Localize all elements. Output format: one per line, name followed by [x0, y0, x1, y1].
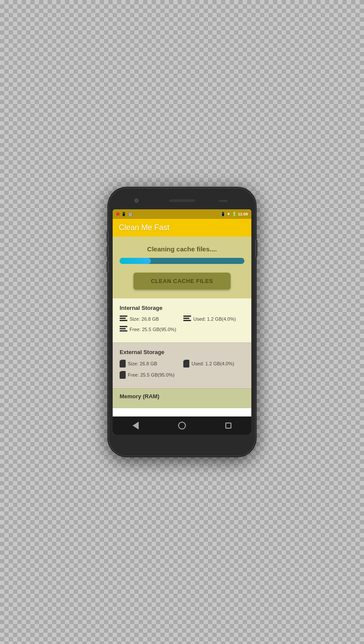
app-title: Clean Me Fast	[119, 223, 245, 232]
back-nav-button[interactable]	[129, 419, 142, 432]
external-size-text: Size: 26.8 GB	[128, 361, 157, 366]
internal-used-icon	[183, 315, 191, 322]
status-left-icons: 📱 🤖	[116, 212, 133, 216]
vibrate-icon: 📳	[221, 212, 225, 216]
internal-used-text: Used: 1.2 GB(4.0%)	[193, 316, 236, 322]
phone-screen: 📱 🤖 📳 ▼ 🔋 11:09 Clean Me Fast Cleaning c…	[113, 209, 251, 435]
home-nav-button[interactable]	[176, 419, 188, 432]
external-storage-row1: Size: 26.8 GB Used: 1.2 GB(4.0%)	[120, 360, 244, 368]
internal-used-item: Used: 1.2 GB(4.0%)	[183, 315, 244, 322]
recents-icon	[225, 423, 231, 429]
internal-size-item: Size: 26.8 GB	[120, 315, 181, 322]
external-storage-row2: Free: 25.5 GB(95.0%)	[120, 371, 244, 379]
external-storage-title: External Storage	[120, 349, 244, 355]
external-free-text: Free: 25.5 GB(95.0%)	[128, 372, 175, 377]
front-camera	[134, 198, 139, 203]
phone-device: 📱 🤖 📳 ▼ 🔋 11:09 Clean Me Fast Cleaning c…	[108, 188, 256, 456]
phone-bottom	[113, 435, 251, 449]
internal-storage-title: Internal Storage	[120, 305, 244, 311]
internal-storage-section: Internal Storage Size: 26.8 GB	[113, 298, 251, 342]
external-used-text: Used: 1.2 GB(4.0%)	[192, 361, 234, 366]
internal-free-item: Free: 25.5 GB(95.0%)	[120, 326, 244, 333]
progress-bar-fill	[120, 258, 151, 264]
time-display: 11:09	[238, 212, 248, 216]
progress-bar-container	[120, 258, 244, 264]
memory-title: Memory (RAM)	[120, 393, 244, 400]
status-right-icons: 📳 ▼ 🔋 11:09	[221, 212, 248, 216]
external-used-item: Used: 1.2 GB(4.0%)	[183, 360, 244, 368]
power-button	[256, 240, 257, 257]
navigation-bar	[113, 416, 251, 435]
phone-status-icon: 📱	[121, 212, 126, 216]
volume-up-button	[107, 231, 108, 242]
content-area[interactable]: Cleaning cache files.... CLEAN CACHE FIL…	[113, 237, 251, 416]
camera-button	[107, 261, 108, 272]
android-icon: 🤖	[128, 212, 133, 216]
external-size-item: Size: 26.8 GB	[120, 360, 181, 368]
internal-storage-row1: Size: 26.8 GB Used: 1.2 GB(4.0%)	[120, 315, 244, 322]
proximity-sensor	[219, 200, 228, 202]
notification-dot-icon	[116, 212, 120, 216]
earpiece-speaker	[169, 199, 195, 202]
back-icon	[133, 422, 139, 429]
cache-cleaning-section: Cleaning cache files.... CLEAN CACHE FIL…	[113, 237, 251, 298]
clean-cache-button[interactable]: CLEAN CACHE FILES	[133, 273, 231, 289]
internal-free-icon	[120, 326, 127, 333]
sdcard-used-icon	[183, 360, 189, 368]
home-icon	[178, 422, 186, 429]
volume-down-button	[107, 246, 108, 257]
status-bar: 📱 🤖 📳 ▼ 🔋 11:09	[113, 209, 251, 219]
signal-icon: 🔋	[232, 212, 237, 216]
internal-storage-row2: Free: 25.5 GB(95.0%)	[120, 326, 244, 333]
recents-nav-button[interactable]	[222, 419, 235, 432]
external-storage-section: External Storage Size: 26.8 GB Used: 1.2…	[113, 342, 251, 388]
internal-size-icon	[120, 315, 127, 322]
sdcard-free-icon	[120, 371, 126, 379]
wifi-icon: ▼	[227, 212, 231, 216]
external-free-item: Free: 25.5 GB(95.0%)	[120, 371, 244, 379]
app-toolbar: Clean Me Fast	[113, 219, 251, 237]
internal-size-text: Size: 26.8 GB	[130, 316, 159, 322]
memory-section: Memory (RAM)	[113, 388, 251, 408]
phone-top-bar	[113, 194, 251, 208]
internal-free-text: Free: 25.5 GB(95.0%)	[130, 327, 176, 332]
cleaning-status-text: Cleaning cache files....	[147, 245, 217, 253]
sdcard-size-icon	[120, 360, 126, 368]
